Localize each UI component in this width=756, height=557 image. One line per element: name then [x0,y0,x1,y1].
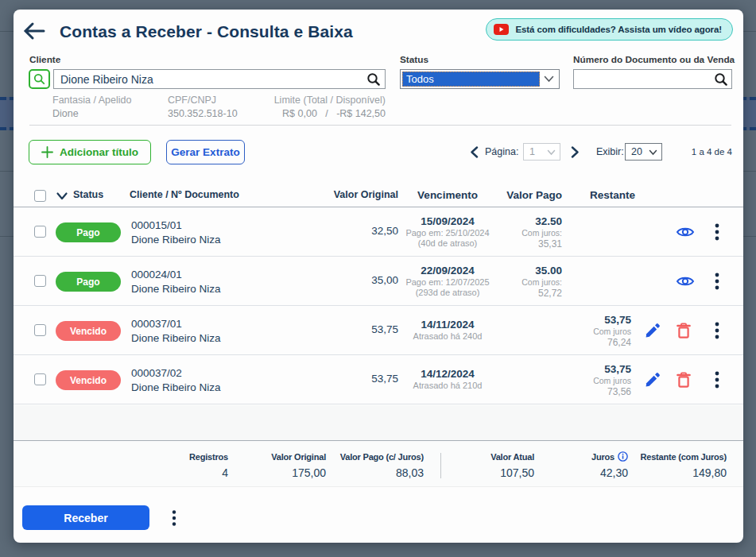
divider [29,125,731,126]
eye-icon [676,225,695,239]
vencimento-cell: 14/12/2024 Atrasado há 210d [384,355,511,404]
view-button[interactable] [676,222,695,242]
kebab-icon [715,223,719,241]
select-all-checkbox[interactable] [34,190,46,202]
edit-button[interactable] [642,321,661,340]
valor-pago-cell: 32.50 Com juros: 35,31 [483,207,562,257]
cliente-input[interactable] [53,69,386,89]
valor-original-cell: 32,50 [292,225,398,237]
doc-cell: 000015/01 Dione Ribeiro Niza [131,219,221,247]
cliente-label: Cliente [29,54,60,65]
view-button[interactable] [676,272,695,291]
table-header: Status Cliente / Nº Documento Valor Orig… [14,184,743,207]
status-select[interactable]: Todos [400,69,560,89]
receber-button[interactable]: Receber [22,505,149,530]
limite-value: R$ 0,00 / -R$ 142,50 [227,108,386,119]
kebab-icon [715,273,719,290]
col-valor-original: Valor Original [292,189,398,200]
kebab-icon [715,371,719,389]
summary-bar: Registros 4 Valor Original 175,00 Valor … [14,441,743,487]
doc-number: 000015/01 [131,219,221,233]
chevron-left-icon [470,146,479,158]
row-menu-button[interactable] [708,370,727,389]
edit-button[interactable] [642,370,661,389]
row-checkbox[interactable] [34,275,46,287]
show-select[interactable]: 20 [625,143,662,161]
restante-cell: 53,75 Com juros 76,24 [552,306,631,355]
adicionar-titulo-button[interactable]: Adicionar título [29,140,151,164]
cliente-lookup-button[interactable] [29,69,50,89]
doc-cliente: Dione Ribeiro Niza [131,381,221,395]
summary-valor-pago: Valor Pago (c/ Juros) 88,03 [340,451,424,480]
page-select-value: 1 [529,146,535,157]
show-label: Exibir: [596,146,624,157]
pagination-range: 1 a 4 de 4 [684,147,732,157]
table-row: Pago 000015/01 Dione Ribeiro Niza 32,50 … [14,207,743,257]
gerar-extrato-label: Gerar Extrato [171,146,239,158]
back-button[interactable] [22,21,46,41]
col-status: Status [73,189,103,200]
trash-icon [677,323,691,338]
row-checkbox[interactable] [34,373,46,385]
chevron-down-icon[interactable] [56,192,68,200]
doc-number: 000024/01 [131,268,221,282]
info-icon[interactable] [618,451,628,462]
table-row: Vencido 000037/01 Dione Ribeiro Niza 53,… [14,306,743,355]
adicionar-titulo-label: Adicionar título [60,146,138,158]
divider [440,453,441,478]
table-row: Pago 000024/01 Dione Ribeiro Niza 35,00 … [14,257,743,306]
contas-a-receber-modal: Contas a Receber - Consulta e Baixa Está… [14,10,743,543]
status-badge: Pago [56,222,121,242]
doc-cell: 000024/01 Dione Ribeiro Niza [131,268,221,296]
col-restante: Restante [590,189,635,201]
row-menu-button[interactable] [708,272,727,291]
previous-page-button[interactable] [470,146,479,161]
chevron-right-icon [571,146,580,158]
summary-valor-original: Valor Original 175,00 [271,451,326,480]
page-select[interactable]: 1 [523,143,560,161]
page-label: Página: [485,146,518,157]
summary-valor-atual: Valor Atual 107,50 [490,451,534,480]
restante-cell: 53,75 Com juros 73,56 [552,355,631,404]
empty-table-area [14,405,743,440]
status-badge: Pago [56,272,121,292]
eye-icon [676,274,695,288]
kebab-icon [715,322,719,339]
pencil-icon [645,323,660,338]
summary-restante: Restante (com Juros) 149,80 [641,451,727,480]
valor-pago-cell: 35.00 Com juros: 52,72 [483,257,562,306]
help-video-badge[interactable]: Está com dificuldades? Assista um vídeo … [486,18,733,41]
row-checkbox[interactable] [34,324,46,336]
row-checkbox[interactable] [34,226,46,238]
valor-original-cell: 53,75 [292,373,398,385]
status-selected-option: Todos [402,72,540,87]
col-cliente: Cliente / Nº Documento [130,189,239,200]
documento-input[interactable] [573,69,732,89]
help-video-label: Está com dificuldades? Assista um vídeo … [515,25,722,34]
delete-button[interactable] [674,321,693,340]
page-title: Contas a Receber - Consulta e Baixa [60,22,353,41]
table-row: Vencido 000037/02 Dione Ribeiro Niza 53,… [14,355,743,404]
youtube-icon [494,24,509,35]
summary-juros: Juros 42,30 [591,451,628,480]
valor-original-cell: 53,75 [292,323,398,335]
valor-original-cell: 35,00 [292,274,398,286]
row-menu-button[interactable] [708,222,727,242]
pencil-icon [645,373,660,388]
kebab-icon [172,510,176,526]
trash-icon [677,372,691,388]
gerar-extrato-button[interactable]: Gerar Extrato [166,140,245,164]
receber-label: Receber [64,512,107,524]
status-label: Status [400,54,428,65]
search-icon [33,73,45,85]
status-badge: Vencido [56,321,121,341]
next-page-button[interactable] [571,146,580,161]
chevron-down-icon [547,149,556,156]
delete-button[interactable] [674,370,693,389]
doc-cell: 000037/01 Dione Ribeiro Niza [131,317,221,346]
status-badge: Vencido [56,370,121,390]
doc-cliente: Dione Ribeiro Niza [131,233,221,247]
footer-menu-button[interactable] [165,505,184,530]
row-menu-button[interactable] [708,321,727,340]
doc-number: 000037/02 [131,366,221,381]
